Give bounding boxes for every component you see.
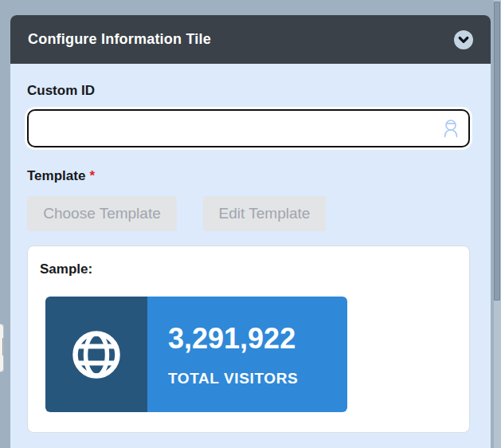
custom-id-field-wrap	[27, 109, 470, 147]
template-label-text: Template	[27, 168, 85, 183]
panel-header: Configure Information Tile	[10, 15, 491, 64]
tile-caption: TOTAL VISITORS	[168, 370, 298, 387]
required-asterisk: *	[89, 168, 95, 183]
tile-body-section: 3,291,922 TOTAL VISITORS	[147, 297, 347, 412]
vertical-scrollbar[interactable]	[494, 0, 501, 448]
collapse-panel-button[interactable]	[454, 30, 473, 49]
information-tile-preview: 3,291,922 TOTAL VISITORS	[45, 297, 347, 412]
custom-id-input[interactable]	[27, 109, 470, 147]
sample-preview-card: Sample: 3	[27, 246, 470, 433]
custom-id-label: Custom ID	[27, 83, 95, 99]
template-label: Template*	[27, 168, 95, 184]
chevron-down-icon	[456, 33, 471, 47]
tile-value: 3,291,922	[168, 322, 296, 356]
panel-title: Configure Information Tile	[28, 31, 211, 48]
sample-label: Sample:	[40, 261, 92, 277]
configure-information-tile-panel: Configure Information Tile Custom ID	[10, 15, 491, 448]
left-edge-scrollbar-fragment[interactable]	[0, 324, 4, 372]
scrollbar-thumb[interactable]	[494, 2, 500, 301]
screen: Configure Information Tile Custom ID	[0, 0, 501, 448]
globe-icon	[71, 328, 122, 381]
tile-icon-section	[45, 297, 147, 412]
edit-template-button[interactable]: Edit Template	[203, 196, 326, 231]
choose-template-button[interactable]: Choose Template	[27, 196, 177, 231]
